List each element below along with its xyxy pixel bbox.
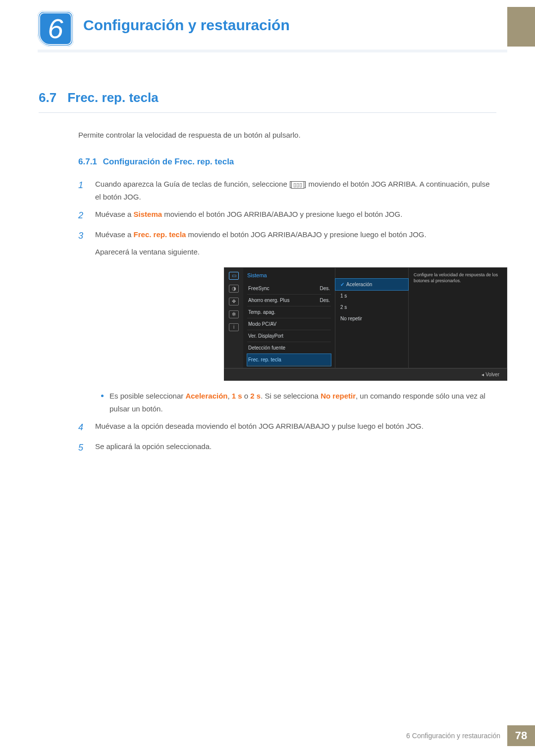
content-area: 6.7Frec. rep. tecla Permite controlar la… [39, 90, 496, 460]
subsection-heading: 6.7.1Configuración de Frec. rep. tecla [39, 157, 496, 167]
picture-icon: ◑ [229, 285, 239, 293]
section-intro: Permite controlar la velocidad de respue… [39, 131, 496, 139]
bullet-note: Es posible seleccionar Aceleración, 1 s … [101, 390, 507, 415]
osd-screenshot: ▭ ◑ ✥ ✻ i Sistema FreeSyncDes. Ahorro en… [224, 267, 507, 381]
step-1: 1 Cuando aparezca la Guía de teclas de f… [78, 178, 496, 203]
step-5: 5 Se aplicará la opción seleccionada. [78, 440, 496, 455]
step-number: 1 [78, 178, 88, 203]
osd-row-selected: Frec. rep. tecla [247, 354, 331, 366]
osd-row: Ahorro energ. PlusDes. [247, 295, 331, 306]
step-4: 4 Muévase a la opción deseada moviendo e… [78, 420, 496, 435]
side-accent-bar [507, 7, 535, 47]
section-number: 6.7 [39, 90, 56, 105]
osd-row: Temp. apag. [247, 306, 331, 318]
osd-help-text: Configure la velocidad de respuesta de l… [409, 268, 507, 368]
menu-grid-icon: ▯▯▯ [291, 181, 304, 189]
check-icon: ✓ [340, 282, 344, 287]
osd-option: 2 s [335, 302, 408, 313]
osd-footer: ◂ Volver [224, 368, 507, 381]
step-number: 5 [78, 440, 88, 455]
osd-row: Modo PC/AV [247, 318, 331, 330]
step-3-followup: Aparecerá la ventana siguiente. [95, 246, 507, 258]
bullet-icon [101, 395, 104, 397]
step-number: 3 [78, 228, 88, 415]
page-number: 78 [507, 725, 535, 746]
subsection-number: 6.7.1 [78, 157, 97, 166]
info-icon: i [229, 323, 239, 331]
header-divider [38, 50, 507, 52]
osd-option-selected: ✓Aceleración [335, 279, 408, 290]
osd-row: Detección fuente [247, 342, 331, 354]
chapter-number-badge: 6 [38, 11, 73, 47]
highlight-sistema: Sistema [134, 210, 162, 218]
gear-icon: ✻ [229, 310, 239, 318]
step-number: 4 [78, 420, 88, 435]
step-2: 2 Muévase a Sistema moviendo el botón JO… [78, 208, 496, 223]
subsection-title: Configuración de Frec. rep. tecla [103, 157, 234, 166]
step-3: 3 Muévase a Frec. rep. tecla moviendo el… [78, 228, 496, 415]
steps-list: 1 Cuando aparezca la Guía de teclas de f… [39, 178, 496, 455]
osd-option: No repetir [335, 313, 408, 324]
chapter-title: Configuración y restauración [83, 17, 290, 34]
section-heading: 6.7Frec. rep. tecla [39, 90, 496, 113]
move-icon: ✥ [229, 298, 239, 305]
osd-option: 1 s [335, 290, 408, 302]
osd-menu: Sistema FreeSyncDes. Ahorro energ. PlusD… [243, 268, 335, 368]
osd-sidebar: ▭ ◑ ✥ ✻ i [224, 268, 243, 368]
osd-title: Sistema [247, 271, 331, 280]
page-footer: 6 Configuración y restauración 78 [406, 725, 535, 746]
osd-row: FreeSyncDes. [247, 283, 331, 295]
osd-row: Ver. DisplayPort [247, 330, 331, 342]
footer-chapter-label: 6 Configuración y restauración [406, 732, 500, 740]
highlight-frec: Frec. rep. tecla [134, 230, 186, 239]
monitor-icon: ▭ [229, 272, 239, 280]
section-title: Frec. rep. tecla [67, 90, 159, 105]
step-number: 2 [78, 208, 88, 223]
osd-options: ✓Aceleración 1 s 2 s No repetir [335, 268, 409, 368]
